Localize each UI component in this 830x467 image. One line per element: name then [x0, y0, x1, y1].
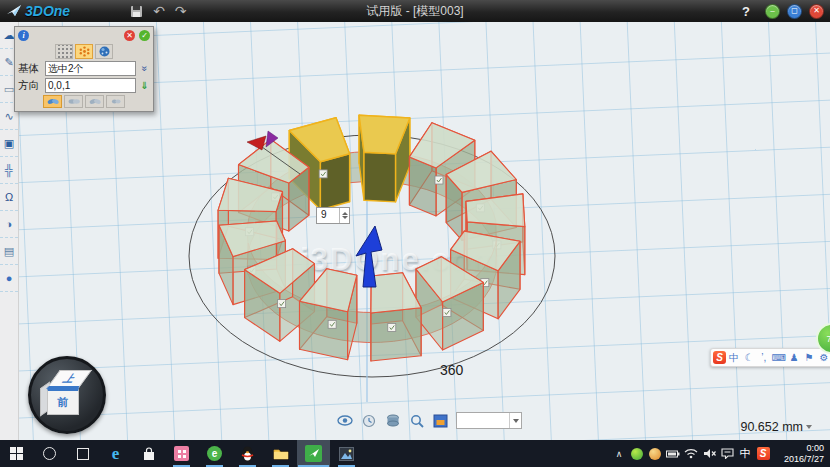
search-icon [43, 447, 56, 460]
sogou-ime-bar: S 中☾’,⌨♟⚑⚙ [710, 348, 830, 367]
app-name: 3DOne [25, 3, 70, 19]
save-icon[interactable] [130, 5, 143, 18]
direction-field-value[interactable]: 0,0,1 [45, 78, 136, 93]
display-mode-icon[interactable] [384, 413, 401, 429]
help-button[interactable]: ? [742, 4, 750, 19]
base-field-value[interactable]: 选中2个 [45, 61, 136, 76]
viewport-settings-icon[interactable] [432, 413, 449, 429]
material-render-icon[interactable]: ◑ [0, 211, 18, 238]
layers-icon[interactable]: ▤ [0, 238, 18, 265]
navigation-cube[interactable]: 上 前 [28, 356, 106, 434]
angle-label: 360 [440, 362, 463, 378]
wifi-icon[interactable] [682, 440, 700, 467]
sogou-night-mode-icon[interactable]: ☾ [742, 352, 756, 363]
start-button[interactable] [0, 440, 33, 467]
measurement-dropdown-icon[interactable] [806, 425, 812, 429]
assembly-icon[interactable]: Ω [0, 184, 18, 211]
dropdown-arrow-icon[interactable] [509, 413, 521, 428]
measurement-readout: 90.652 mm [740, 420, 812, 434]
navcube-front-label: 前 [58, 395, 69, 410]
info-icon: i [18, 30, 29, 41]
distribution-option2-button[interactable] [64, 95, 83, 108]
tray-safety-icon[interactable] [628, 440, 646, 467]
taskbar-edge[interactable]: e [99, 440, 132, 467]
minimize-button[interactable]: – [765, 4, 780, 19]
distribution-option4-button[interactable] [106, 95, 125, 108]
direction-pick-icon[interactable]: ⇓ [139, 80, 150, 91]
solid-feature-icon[interactable]: ▣ [0, 130, 18, 157]
circular-array-icon [79, 46, 90, 57]
linear-array-mode-button[interactable] [55, 44, 73, 59]
spinner-up-icon[interactable] [342, 212, 348, 215]
taskbar-file-explorer[interactable] [264, 440, 297, 467]
sogou-wardrobe-icon[interactable]: ⚑ [802, 352, 816, 363]
windows-logo-icon [10, 447, 23, 460]
sogou-logo-icon[interactable]: S [713, 351, 726, 364]
title-bar: 3DOne ↶ ↷ 试用版 - [模型003] ? – ◻ ✕ [0, 0, 830, 22]
volume-muted-icon[interactable] [700, 440, 718, 467]
close-button[interactable]: ✕ [809, 4, 824, 19]
windows-taskbar: e e [0, 440, 830, 467]
action-center-icon[interactable] [718, 440, 736, 467]
tray-expand-chevron[interactable]: ∧ [610, 440, 628, 467]
taskbar-3done-active[interactable] [297, 440, 330, 467]
view-preset-dropdown[interactable] [456, 412, 522, 429]
view-preset-value [457, 413, 509, 428]
point-array-mode-button[interactable] [95, 44, 113, 59]
sphere-tool-icon[interactable]: ● [0, 265, 18, 292]
navcube-front-face[interactable]: 前 [47, 388, 79, 415]
clock-time: 0:00 [772, 443, 824, 454]
copies-value[interactable]: 9 [317, 208, 339, 223]
history-clock-icon[interactable] [360, 413, 377, 429]
measurement-value: 90.652 mm [740, 420, 803, 434]
sogou-skin-person-icon[interactable]: ♟ [787, 352, 801, 363]
circular-array-mode-button[interactable] [75, 44, 93, 59]
system-tray: ∧ 中 S 0:00 2016/7/27 [610, 440, 830, 467]
fan-distribution-button[interactable] [43, 95, 62, 108]
taskbar-qq[interactable] [231, 440, 264, 467]
tray-pet-icon[interactable] [646, 440, 664, 467]
tray-sogou-icon[interactable]: S [754, 440, 772, 467]
qq-penguin-icon [241, 446, 254, 462]
visibility-eye-icon[interactable] [336, 413, 353, 429]
dialog-confirm-button[interactable]: ✓ [139, 30, 150, 41]
dialog-cancel-button[interactable]: ✕ [124, 30, 135, 41]
sogou-chinese-mode-icon[interactable]: 中 [727, 351, 741, 365]
green-browser-icon: e [207, 446, 222, 461]
zoom-icon[interactable] [408, 413, 425, 429]
cortana-search-button[interactable] [33, 440, 66, 467]
battery-icon[interactable] [664, 440, 682, 467]
edge-icon: e [112, 444, 120, 464]
maximize-button[interactable]: ◻ [787, 4, 802, 19]
undo-icon[interactable]: ↶ [153, 3, 165, 19]
expand-chevron-icon[interactable]: » [139, 63, 150, 74]
distribution-option3-button[interactable] [85, 95, 104, 108]
taskbar-clock[interactable]: 0:00 2016/7/27 [772, 443, 830, 465]
taskbar-pink-app[interactable] [165, 440, 198, 467]
transform-move-icon[interactable]: ╬ [0, 157, 18, 184]
app-logo: 3DOne [0, 3, 70, 19]
redo-icon[interactable]: ↷ [175, 3, 187, 19]
base-field-label: 基体 [18, 62, 42, 76]
watermark: i3DOne.com [300, 242, 501, 278]
direction-field-label: 方向 [18, 79, 42, 93]
sogou-punctuation-mode-icon[interactable]: ’, [757, 352, 771, 363]
copies-spinner[interactable]: 9 [316, 207, 350, 224]
view-toolbar [336, 412, 522, 429]
window-title: 试用版 - [模型003] [0, 3, 830, 20]
task-view-button[interactable] [66, 440, 99, 467]
sogou-soft-keyboard-icon[interactable]: ⌨ [772, 352, 786, 363]
folder-icon [273, 447, 289, 460]
ime-indicator[interactable]: 中 [736, 440, 754, 467]
clock-date: 2016/7/27 [772, 454, 824, 465]
taskbar-photos[interactable] [330, 440, 363, 467]
navcube-top-face[interactable]: 上 [46, 370, 92, 389]
pattern-dialog: i ✕ ✓ 基体 选中2个 » 方向 0,0,1 ⇓ [14, 26, 154, 112]
taskbar-store[interactable] [132, 440, 165, 467]
store-bag-icon [142, 447, 156, 461]
task-view-icon [77, 448, 89, 460]
taskbar-green-browser[interactable]: e [198, 440, 231, 467]
desktop: { "title_bar": {"app_name":"3DOne","titl… [0, 0, 830, 467]
3done-app-icon [305, 445, 322, 462]
spinner-down-icon[interactable] [342, 216, 348, 219]
